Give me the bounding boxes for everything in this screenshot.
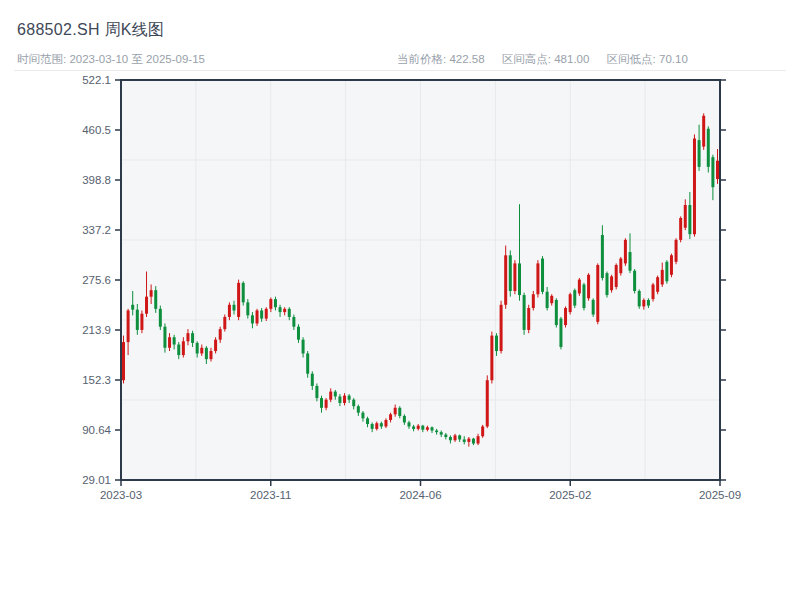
- candle: [670, 254, 673, 278]
- y-tick-label: 460.5: [82, 124, 111, 136]
- candle: [569, 293, 572, 315]
- x-tick-label: 2023-11: [250, 489, 291, 501]
- x-tick-label: 2025-02: [549, 489, 591, 501]
- candle: [633, 269, 636, 293]
- candle: [237, 280, 240, 321]
- candle: [587, 273, 590, 301]
- candle: [619, 257, 622, 276]
- candle: [582, 283, 585, 311]
- candlestick-chart: 522.1460.5398.8337.2275.6213.9152.390.64…: [0, 0, 800, 600]
- x-axis: 2023-032023-112024-062025-022025-09: [100, 480, 741, 501]
- x-tick-label: 2023-03: [100, 489, 142, 501]
- candle: [624, 238, 627, 266]
- candle: [638, 289, 641, 308]
- y-tick-label: 152.3: [82, 374, 111, 386]
- candle: [256, 309, 259, 326]
- candle: [610, 275, 613, 293]
- y-tick-label: 213.9: [82, 324, 111, 336]
- candle: [500, 301, 503, 354]
- candle: [675, 238, 678, 264]
- candle: [481, 425, 484, 438]
- candle: [596, 263, 599, 324]
- y-tick-label: 90.64: [82, 424, 111, 436]
- candle: [486, 375, 489, 428]
- candle: [490, 332, 493, 384]
- y-tick-label: 337.2: [82, 224, 111, 236]
- candle: [665, 260, 668, 284]
- candle: [656, 276, 659, 295]
- candle: [523, 293, 526, 335]
- candle: [242, 281, 245, 305]
- candle: [592, 298, 595, 317]
- y-tick-label: 398.8: [82, 174, 111, 186]
- candle: [159, 306, 162, 330]
- candle: [541, 256, 544, 294]
- candle: [509, 250, 512, 296]
- candle: [679, 216, 682, 242]
- candle: [140, 310, 143, 333]
- candle: [652, 283, 655, 302]
- x-tick-label: 2025-09: [699, 489, 741, 501]
- candle: [707, 126, 710, 172]
- candle: [536, 260, 539, 297]
- candle: [559, 317, 562, 349]
- candle: [555, 298, 558, 327]
- candle: [564, 306, 567, 327]
- candle: [223, 315, 226, 332]
- candle: [527, 305, 530, 333]
- candle: [605, 272, 608, 298]
- x-tick-label: 2024-06: [399, 489, 441, 501]
- y-tick-label: 522.1: [82, 74, 111, 86]
- y-tick-label: 275.6: [82, 274, 111, 286]
- candle: [573, 289, 576, 308]
- candle: [513, 260, 516, 294]
- candle: [214, 337, 217, 353]
- candle: [615, 263, 618, 289]
- candle: [702, 113, 705, 150]
- candle: [122, 336, 125, 384]
- candle: [578, 278, 581, 296]
- y-tick-label: 29.01: [82, 474, 111, 486]
- candle: [693, 134, 696, 236]
